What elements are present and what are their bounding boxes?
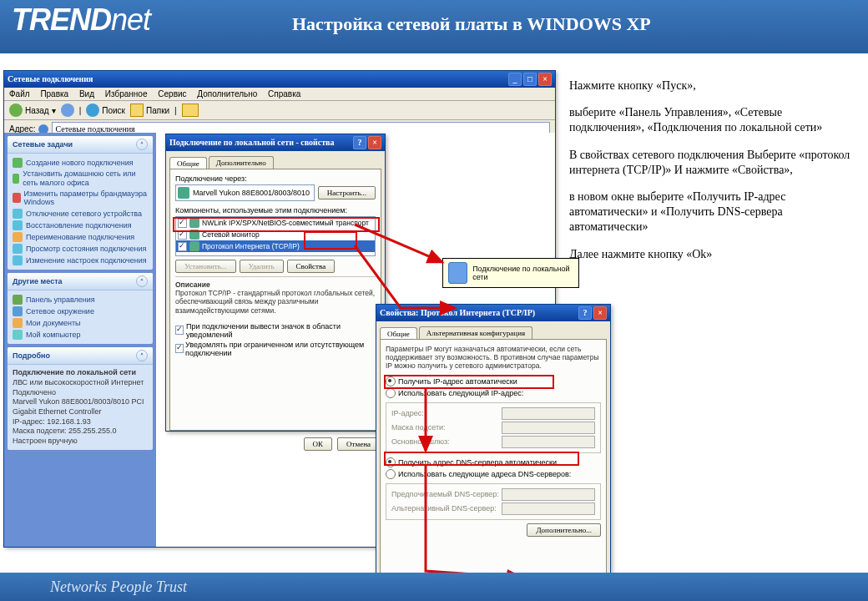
properties-button[interactable]: Свойства: [287, 260, 336, 273]
help-icon[interactable]: ?: [578, 306, 592, 320]
panel-body: Подключение по локальной сети ЛВС или вы…: [8, 365, 153, 450]
adapter-display: Marvell Yukon 88E8001/8003/8010: [175, 184, 315, 201]
place-link[interactable]: Сетевое окружение: [13, 306, 148, 317]
chevron-up-icon: ˄: [136, 139, 148, 150]
tab-general[interactable]: Общие: [380, 327, 417, 340]
task-link[interactable]: Установить домашнюю сеть или сеть малого…: [13, 169, 148, 189]
lan-icon: [448, 262, 467, 284]
task-link[interactable]: Восстановление подключения: [13, 220, 148, 231]
desc-head: Описание: [175, 280, 376, 289]
tab-altconfig[interactable]: Альтернативная конфигурация: [419, 326, 532, 339]
list-item-selected[interactable]: Протокол Интернета (TCP/IP): [176, 240, 375, 252]
task-link[interactable]: Переименование подключения: [13, 231, 148, 243]
brand-logo: TRENDnet: [12, 5, 150, 35]
list-item[interactable]: NWLink IPX/SPX/NetBIOS-совместимый транс…: [176, 217, 375, 229]
item-label: Сетевой монитор: [202, 230, 260, 239]
ip-input: [502, 422, 595, 434]
place-link[interactable]: Мои документы: [13, 317, 148, 329]
checkbox-label: Уведомлять при ограниченном или отсутств…: [185, 341, 376, 357]
checkbox-icon[interactable]: [175, 344, 184, 353]
views-icon[interactable]: [182, 104, 199, 117]
panel-header[interactable]: Сетевые задачи˄: [8, 136, 153, 154]
list-item[interactable]: Сетевой монитор: [176, 229, 375, 240]
menu-item[interactable]: Правка: [40, 89, 68, 98]
radio-icon[interactable]: [386, 457, 396, 467]
manual-dns-radio[interactable]: Использовать следующие адреса DNS-сервер…: [386, 468, 601, 480]
tab-advanced[interactable]: Дополнительно: [209, 156, 274, 169]
back-button[interactable]: Назад ▾: [9, 104, 56, 117]
checkbox-icon[interactable]: [178, 242, 187, 251]
radio-icon[interactable]: [386, 388, 396, 398]
menu-item[interactable]: Справка: [268, 89, 300, 98]
panel-header[interactable]: Другие места˄: [8, 273, 153, 290]
task-label: Изменить параметры брандмауэра Windows: [24, 189, 148, 208]
configure-button[interactable]: Настроить...: [318, 186, 376, 199]
task-link[interactable]: Отключение сетевого устройства: [13, 208, 148, 220]
install-button[interactable]: Установить...: [175, 260, 236, 273]
details-panel: Подробно˄ Подключение по локальной сети …: [8, 347, 153, 450]
lan-properties-dialog: Подключение по локальной сети - свойства…: [165, 134, 386, 432]
auto-dns-radio[interactable]: Получить адрес DNS-сервера автоматически: [386, 457, 601, 468]
task-link[interactable]: Изменить параметры брандмауэра Windows: [13, 189, 148, 209]
instr-line: выберите «Панель Управления», «Сетевые п…: [569, 105, 860, 135]
components-list[interactable]: NWLink IPX/SPX/NetBIOS-совместимый транс…: [175, 216, 376, 256]
close-icon[interactable]: ×: [593, 306, 607, 320]
ip-input: [502, 407, 595, 420]
checkbox-icon[interactable]: [175, 326, 184, 335]
ip-input: [502, 503, 595, 515]
forward-button[interactable]: [61, 104, 74, 117]
tasks-pane: Сетевые задачи˄ Создание нового подключе…: [4, 133, 156, 547]
instr-line: Нажмите кнопку «Пуск»,: [569, 78, 860, 93]
auto-ip-radio[interactable]: Получить IP-адрес автоматически: [386, 376, 601, 387]
maximize-icon[interactable]: □: [523, 73, 537, 86]
ip-fieldset: IP-адрес: Маска подсети: Основной шлюз:: [386, 402, 601, 453]
menu-item[interactable]: Избранное: [105, 89, 148, 98]
task-icon: [13, 174, 19, 184]
cancel-button[interactable]: Отмена: [337, 437, 380, 451]
radio-icon[interactable]: [386, 469, 396, 479]
tab-general[interactable]: Общие: [169, 157, 207, 169]
minimize-icon[interactable]: _: [508, 73, 522, 86]
task-link[interactable]: Изменение настроек подключения: [13, 255, 148, 266]
radio-icon[interactable]: [386, 376, 396, 386]
ip-label: IP-адрес:: [391, 409, 424, 417]
panel-title: Сетевые задачи: [13, 140, 73, 149]
task-icon: [13, 255, 23, 265]
place-icon: [13, 306, 23, 316]
task-link[interactable]: Просмотр состояния подключения: [13, 243, 148, 255]
place-link[interactable]: Панель управления: [13, 294, 148, 306]
checkbox-icon[interactable]: [178, 230, 187, 240]
dialog-titlebar[interactable]: Свойства: Протокол Интернета (TCP/IP) ?×: [376, 305, 610, 321]
place-link[interactable]: Мой компьютер: [13, 329, 148, 341]
checkbox-icon[interactable]: [178, 219, 187, 228]
ip-row: IP-адрес:: [391, 407, 595, 421]
menu-bar[interactable]: Файл Правка Вид Избранное Сервис Дополни…: [4, 88, 555, 101]
remove-button[interactable]: Удалить: [240, 260, 284, 273]
detail-text: Маска подсети: 255.255.255.0: [13, 427, 117, 435]
explorer-titlebar[interactable]: Сетевые подключения _ □ ×: [4, 71, 555, 88]
close-icon[interactable]: ×: [538, 73, 552, 86]
ok-button[interactable]: ОК: [304, 437, 333, 451]
help-icon[interactable]: ?: [353, 136, 366, 149]
menu-item[interactable]: Дополнительно: [197, 89, 257, 98]
panel-header[interactable]: Подробно˄: [8, 347, 153, 365]
folders-button[interactable]: Папки: [130, 104, 169, 117]
search-button[interactable]: Поиск: [86, 104, 125, 117]
task-link[interactable]: Создание нового подключения: [13, 157, 148, 169]
instr-line: в новом окне выберите «Получить IP-адрес…: [569, 189, 860, 235]
advanced-button[interactable]: Дополнительно...: [527, 523, 601, 537]
close-icon[interactable]: ×: [368, 136, 381, 149]
task-icon: [13, 158, 23, 168]
manual-ip-radio[interactable]: Использовать следующий IP-адрес:: [386, 387, 601, 399]
menu-item[interactable]: Сервис: [158, 89, 186, 98]
menu-item[interactable]: Файл: [9, 89, 30, 98]
panel-body: Панель управления Сетевое окружение Мои …: [8, 290, 153, 344]
dialog-footer: ОК Отмена: [166, 434, 385, 454]
panel-title: Подробно: [13, 351, 50, 360]
dialog-titlebar[interactable]: Подключение по локальной сети - свойства…: [166, 134, 385, 151]
proto-icon: [189, 241, 199, 251]
instr-line: Далее нажмите кнопку «Ok»: [569, 247, 860, 262]
tray-checkbox-row[interactable]: При подключении вывести значок в области…: [175, 321, 376, 340]
menu-item[interactable]: Вид: [79, 89, 94, 98]
notify-checkbox-row[interactable]: Уведомлять при ограниченном или отсутств…: [175, 340, 376, 358]
